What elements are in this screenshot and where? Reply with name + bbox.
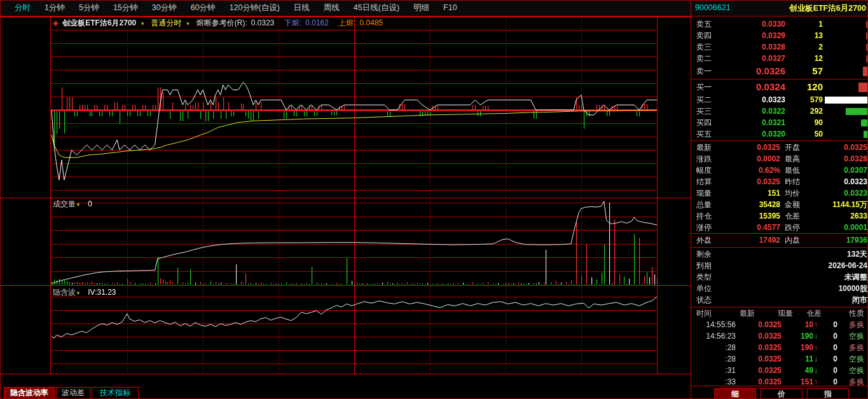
stat-label: 均价 <box>785 187 800 199</box>
stat-label: 外盘 <box>696 234 712 246</box>
contract-info-row-5: 状态闭市 <box>691 294 868 306</box>
tick-col-header: 仓差 <box>783 308 822 319</box>
chevron-down-icon[interactable]: ▼ <box>186 21 191 27</box>
book-volume: 90 <box>787 117 823 128</box>
book-price: 0.0329 <box>729 30 785 41</box>
toolbar-tab-7[interactable]: 120分钟(自设) <box>230 1 280 15</box>
bid-row-2[interactable]: 买二0.0323579 <box>691 94 868 105</box>
book-level-label: 买四 <box>696 117 712 128</box>
chevron-down-icon[interactable]: ▼ <box>140 21 145 27</box>
separator <box>691 233 868 234</box>
stat-row-4: 结算0.0325昨结0.0323 <box>691 176 868 187</box>
stat-label: 涨停 <box>696 222 712 233</box>
toolbar-tab-10[interactable]: 45日线(自设) <box>354 1 399 15</box>
chevron-down-icon[interactable]: ▼ <box>76 202 81 208</box>
book-level-label: 卖一 <box>696 64 712 78</box>
book-level-label: 买二 <box>696 94 712 105</box>
tick-nature: 多换 <box>849 376 864 388</box>
toolbar-tab-12[interactable]: F10 <box>443 1 457 15</box>
book-volume: 13 <box>787 30 823 41</box>
tick-oi-change: 0 <box>806 365 837 376</box>
stat-label: 总量 <box>696 199 712 210</box>
depth-bar <box>866 21 867 28</box>
ask-row-5[interactable]: 卖五0.03301 <box>691 18 868 30</box>
tick-oi-change: 0 <box>806 353 837 365</box>
separator <box>691 247 868 248</box>
toolbar-tab-6[interactable]: 60分钟 <box>191 1 216 15</box>
indicator-tab-1[interactable]: 隐含波动率 <box>4 387 55 399</box>
stat-value: 17492 <box>722 234 780 246</box>
indicator-tab-3[interactable]: 技术指标 <box>92 387 139 399</box>
info-label: 剩余 <box>696 248 712 260</box>
tick-nature: 空换 <box>849 353 864 365</box>
stat-value: 0.0328 <box>809 153 867 165</box>
detail-tab-1[interactable]: 细 <box>714 388 756 399</box>
toolbar-tab-2[interactable]: 1分钟 <box>45 1 65 15</box>
depth-bar <box>825 97 867 104</box>
book-price: 0.0327 <box>729 53 785 64</box>
stat-value: 17936 <box>809 234 867 246</box>
tick-nature: 多换 <box>849 342 864 353</box>
ask-row-1[interactable]: 卖一0.032657 <box>691 64 868 78</box>
tick-oi-change: 0 <box>806 342 837 353</box>
tick-row: :280.032511↓0空换 <box>691 353 868 365</box>
symbol-dropdown[interactable]: 创业板ETF沽6月2700 <box>62 18 136 27</box>
inner-outer-row: 外盘17492内盘17936 <box>691 234 868 246</box>
toolbar-tab-1[interactable]: 分时 <box>15 1 31 15</box>
bid-row-4[interactable]: 买四0.032190 <box>691 117 868 128</box>
info-value: 10000股 <box>748 283 867 294</box>
toolbar-tab-5[interactable]: 30分钟 <box>152 1 177 15</box>
stat-row-5: 现量151均价0.0323 <box>691 187 868 199</box>
ask-row-4[interactable]: 卖四0.032913 <box>691 30 868 41</box>
contract-code: 90006621 <box>695 3 731 12</box>
bid-row-3[interactable]: 买三0.0322292 <box>691 105 868 117</box>
separator <box>691 307 868 308</box>
info-value: 未调整 <box>748 271 867 283</box>
tick-col-header: 性质 <box>849 308 864 319</box>
tick-oi-change: 0 <box>806 376 837 388</box>
panel-divider <box>691 1 691 399</box>
ask-row-2[interactable]: 卖二0.032712 <box>691 53 868 64</box>
depth-bar <box>863 67 867 76</box>
mode-dropdown[interactable]: 普通分时 <box>151 18 182 27</box>
separator <box>691 79 868 79</box>
toolbar-tab-4[interactable]: 15分钟 <box>113 1 138 15</box>
detail-tab-3[interactable]: 指 <box>807 388 849 399</box>
tick-list[interactable]: 14:55:560.032510↑0多换14:56:230.0325190↓0空… <box>691 319 868 388</box>
tick-col-header: 最新 <box>717 308 755 319</box>
fuse-lower-label: 下熔:0.0162 <box>284 18 333 27</box>
timeshare-chart-canvas[interactable] <box>1 1 691 399</box>
tick-price: 0.0325 <box>743 353 782 365</box>
quote-panel: 90006621 创业板ETF沽6月2700 卖五0.03301卖四0.0329… <box>691 1 868 399</box>
iv-panel-label[interactable]: 隐含波▼ IV:31.23 <box>53 287 116 298</box>
toolbar-tab-3[interactable]: 5分钟 <box>79 1 99 15</box>
tick-price: 0.0325 <box>743 330 782 342</box>
bid-row-1[interactable]: 买一0.0324120 <box>691 80 868 94</box>
book-price: 0.0322 <box>729 105 785 117</box>
chevron-down-icon[interactable]: ▼ <box>76 290 81 296</box>
toolbar-tab-11[interactable]: 明细 <box>413 1 429 15</box>
stat-label: 跌停 <box>785 222 800 233</box>
detail-tab-2[interactable]: 价 <box>761 388 803 399</box>
stat-row-3: 幅度0.62%最低0.0307 <box>691 165 868 176</box>
tick-time: 14:55:56 <box>696 319 736 330</box>
stat-value: 2633 <box>809 210 867 222</box>
stat-value: 1144.15万 <box>809 199 867 210</box>
tick-price: 0.0325 <box>743 365 782 376</box>
tick-time: :28 <box>696 342 736 353</box>
stat-value: 0.0323 <box>809 187 867 199</box>
book-price: 0.0330 <box>729 18 785 30</box>
book-price: 0.0324 <box>729 80 785 94</box>
stat-row-1: 最新0.0325开盘0.0325 <box>691 142 868 153</box>
volume-panel-label[interactable]: 成交量▼ 0 <box>53 199 92 210</box>
toolbar-tab-8[interactable]: 日线 <box>294 1 310 15</box>
toolbar-tab-9[interactable]: 周线 <box>324 1 340 15</box>
bid-row-5[interactable]: 买五0.032050 <box>691 128 868 140</box>
ask-row-3[interactable]: 卖三0.03282 <box>691 41 868 53</box>
tick-time: 14:56:23 <box>696 330 736 342</box>
book-volume: 12 <box>787 53 823 64</box>
indicator-tab-2[interactable]: 波动差 <box>56 387 90 399</box>
tick-nature: 空换 <box>849 365 864 376</box>
tick-time: :33 <box>696 376 736 388</box>
stat-value: 0.62% <box>722 165 780 176</box>
